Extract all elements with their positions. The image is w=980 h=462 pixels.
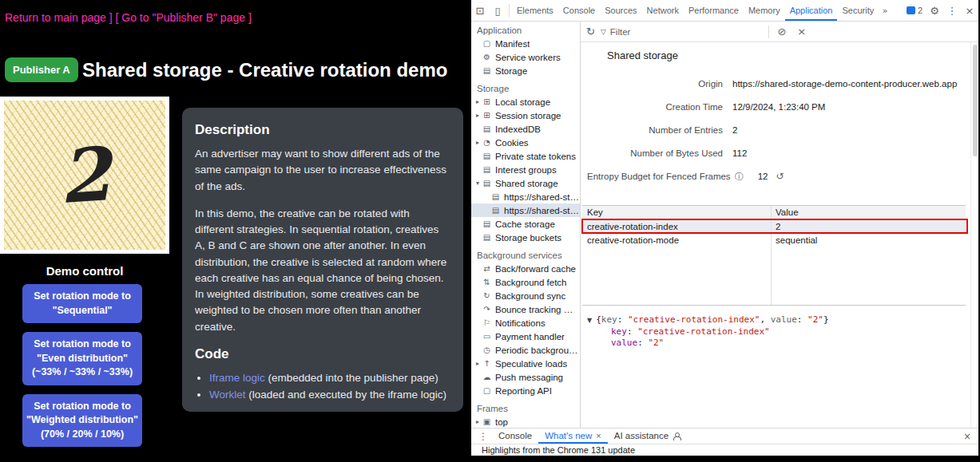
sidebar-item-session-storage[interactable]: ▸⊞Session storage [471,109,580,122]
devtools-window: ⊡ ▯ Elements Console Sources Network Per… [471,0,978,456]
sidebar-item-service-workers[interactable]: ⚙Service workers [471,50,580,64]
scrollbar-thumb[interactable] [973,45,978,156]
sidebar-item-label: https://shared-storage… [504,192,580,202]
devtools-body: Application ▢Manifest ⚙Service workers ▤… [471,22,978,428]
sync-icon: ↻ [482,291,492,300]
table-header: Key Value [582,206,966,219]
sidebar-item-speculative-loads[interactable]: ▸↑Speculative loads [471,357,580,370]
cell-key: creative-rotation-mode [582,235,771,245]
ad-creative-frame[interactable]: 2 [0,97,169,254]
twisty-icon[interactable]: ▸ [474,112,482,119]
column-divider[interactable] [771,206,772,305]
table-icon: ⊞ [482,97,492,106]
tab-application[interactable]: Application [785,0,838,21]
filter-input[interactable]: ▽ Filter [601,27,630,37]
twisty-icon[interactable]: ▸ [474,360,482,367]
iframe-logic-link[interactable]: Iframe logic [209,372,265,384]
tab-memory[interactable]: Memory [744,0,785,21]
sidebar-item-label: Background sync [495,291,565,301]
issues-badge[interactable]: 2 [903,6,926,15]
sidebar-item-back-forward-cache[interactable]: ⇄Back/forward cache [471,262,580,275]
twisty-icon[interactable]: ▸ [474,139,482,146]
clear-icon[interactable]: × [792,26,811,38]
tab-elements[interactable]: Elements [512,0,558,21]
tab-sources[interactable]: Sources [600,0,641,21]
sidebar-item-shared-storage-origin-2[interactable]: ▤https://shared-storage… [471,203,580,217]
sidebar-item-cookies[interactable]: ▸◔Cookies [471,136,580,149]
cookie-icon: ◔ [482,138,492,147]
sidebar-item-private-state-tokens[interactable]: ▤Private state tokens [471,149,580,163]
issues-count: 2 [918,6,922,15]
sidebar-item-notifications[interactable]: ⚐Notifications [471,316,580,330]
sidebar-item-label: Private state tokens [495,152,576,161]
sidebar-item-background-sync[interactable]: ↻Background sync [471,289,580,302]
drawer-tab-ai-assistance[interactable]: AI assistance [608,428,687,444]
tab-performance[interactable]: Performance [684,0,744,21]
sidebar-item-periodic-background-sync[interactable]: ◷Periodic backgroun… [471,343,580,357]
sidebar-item-interest-groups[interactable]: ▤Interest groups [471,163,580,176]
sidebar-item-label: Payment handler [495,332,565,342]
sidebar-item-local-storage[interactable]: ▸⊞Local storage [471,95,580,109]
tab-security[interactable]: Security [837,0,879,21]
document-icon: ▢ [482,386,492,395]
set-even-distribution-button[interactable]: Set rotation mode to "Even distribution"… [22,332,142,385]
set-weighted-distribution-button[interactable]: Set rotation mode to "Weighted distribut… [22,394,142,448]
sidebar-item-push-messaging[interactable]: ☁Push messaging [471,370,580,384]
devtools-tabbar: ⊡ ▯ Elements Console Sources Network Per… [471,0,978,22]
table-row[interactable]: creative-rotation-index 2 [582,219,966,233]
sidebar-section-background-services: Background services [471,250,580,262]
sidebar-item-background-fetch[interactable]: ⇅Background fetch [471,275,580,289]
drawer-tab-console[interactable]: Console [492,428,538,444]
column-header-value[interactable]: Value [771,207,803,217]
twisty-icon[interactable]: ▸ [474,418,482,425]
database-icon: ▤ [482,165,492,174]
sidebar-item-shared-storage-origin-1[interactable]: ▤https://shared-storage… [471,190,580,203]
sidebar-item-bounce-tracking[interactable]: ↷Bounce tracking miti… [471,302,580,316]
top-navigation-links[interactable]: Return to main page ] [ Go to "Publisher… [5,11,252,24]
sidebar-item-cache-storage[interactable]: ▤Cache storage [471,217,580,231]
close-drawer-icon[interactable]: × [956,431,978,442]
device-toolbar-icon[interactable]: ▯ [489,5,506,17]
gear-icon[interactable]: ⚙ [926,5,943,17]
sidebar-item-label: Cookies [495,138,529,148]
tab-network[interactable]: Network [642,0,684,21]
twisty-icon[interactable]: ▾ [474,180,482,187]
kebab-menu-icon[interactable]: ⋮ [943,5,961,17]
table-icon: ⊞ [482,111,492,120]
twisty-icon[interactable]: ▸ [474,98,482,105]
close-tab-icon[interactable]: × [596,428,601,444]
expander-down-icon[interactable]: ▼ [587,317,592,324]
page-title: Shared storage - Creative rotation demo [82,59,447,81]
sidebar-item-manifest[interactable]: ▢Manifest [471,37,580,50]
sidebar-item-indexeddb[interactable]: ▤IndexedDB [471,122,580,136]
refresh-icon[interactable]: ↻ [581,26,601,38]
inspect-icon[interactable]: ⊡ [471,5,489,17]
sidebar-item-storage-buckets[interactable]: ▤Storage buckets [471,231,580,244]
list-item-text: (loaded and executed by the iframe logic… [246,389,446,401]
info-icon[interactable]: ⓘ [735,171,744,183]
tab-console[interactable]: Console [558,0,600,21]
sidebar-item-frames-top[interactable]: ▸▣top [471,415,580,428]
sidebar-item-reporting-api[interactable]: ▢Reporting API [471,384,580,397]
column-header-key[interactable]: Key [582,207,771,217]
delete-all-icon[interactable]: ⊘ [772,26,792,38]
sidebar-item-shared-storage[interactable]: ▾▤Shared storage [471,176,580,190]
preview-string: "creative-rotation-index" [628,314,760,325]
meta-row-origin: Origin https://shared-storage-demo-conte… [581,77,978,90]
sidebar-item-payment-handler[interactable]: ▭Payment handler [471,330,580,343]
sidebar-item-storage[interactable]: ▤Storage [471,64,580,77]
cell-value: 2 [771,222,785,231]
more-tabs-icon[interactable]: » [879,6,891,16]
colon: : [617,314,628,325]
drawer-tab-whats-new[interactable]: What's new× [538,428,608,444]
key-value-table: Key Value creative-rotation-index 2 crea… [582,205,966,306]
description-panel: Description An advertiser may want to sh… [182,108,463,412]
drawer-kebab-menu-icon[interactable]: ⋮ [471,431,492,442]
set-sequential-button[interactable]: Set rotation mode to "Sequential" [22,284,142,323]
worklet-link[interactable]: Worklet [209,389,246,401]
button-line: Set rotation mode to [26,400,139,414]
reset-budget-icon[interactable]: ↺ [776,171,784,182]
table-row[interactable]: creative-rotation-mode sequential [582,233,966,247]
meta-label: Number of Entries [581,125,723,135]
close-devtools-icon[interactable]: × [961,5,978,17]
